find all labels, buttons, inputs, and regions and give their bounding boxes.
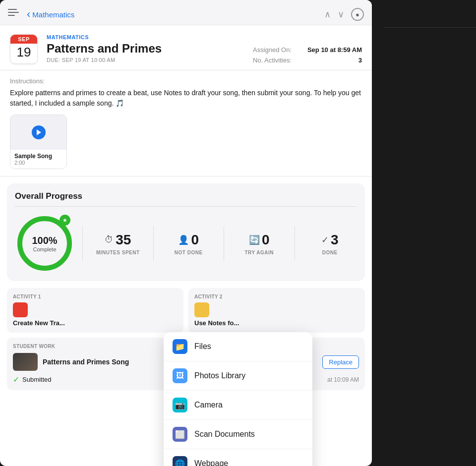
activity-2-label: ACTIVITY 2 — [194, 294, 359, 299]
instructions-section: Instructions: Explore patterns and prime… — [0, 70, 372, 176]
nav-up-button[interactable]: ∧ — [324, 9, 331, 20]
submitted-time: at 10:09 AM — [327, 376, 359, 383]
sample-song-card[interactable]: Sample Song 2:00 — [10, 115, 67, 169]
nav-down-button[interactable]: ∨ — [338, 9, 344, 20]
menu-item-scan[interactable]: ⬜ Scan Documents — [164, 420, 312, 449]
assignment-info: MATHEMATICS Patterns and Primes DUE: SEP… — [47, 34, 244, 64]
done-label: DONE — [322, 250, 338, 255]
circle-progress: ★ 100% Complete — [15, 214, 74, 273]
not-done-icon: 👤 — [178, 234, 189, 245]
dropdown-menu: 📁 Files 🖼 Photos Library 📷 Camera ⬜ Scan… — [164, 332, 312, 466]
song-preview — [10, 115, 66, 150]
progress-section: Overall Progress ★ 100% Complete ⏱ — [7, 183, 365, 281]
circle-complete-label: Complete — [32, 246, 57, 252]
assigned-on-row: Assigned On: Sep 10 at 8:59 AM — [253, 46, 362, 54]
song-title: Sample Song — [14, 153, 62, 160]
clock-icon: ⏱ — [105, 234, 114, 245]
not-done-number: 0 — [191, 232, 199, 248]
progress-stats: ★ 100% Complete ⏱ 35 MINUTES SPENT 👤 — [15, 214, 357, 273]
minutes-stat: ⏱ 35 MINUTES SPENT — [91, 232, 145, 255]
star-badge: ★ — [60, 215, 70, 226]
date-month: SEP — [10, 35, 37, 44]
activity-2-name: Use Notes fo... — [194, 319, 359, 327]
menu-item-photos[interactable]: 🖼 Photos Library — [164, 361, 312, 391]
done-stat: ✓ 3 DONE — [303, 232, 357, 255]
not-done-stat: 👤 0 NOT DONE — [162, 232, 216, 255]
try-again-label: TRY AGAIN — [244, 250, 274, 255]
song-info: Sample Song 2:00 — [10, 150, 66, 169]
assignment-header: SEP 19 MATHEMATICS Patterns and Primes D… — [0, 25, 372, 70]
done-top: ✓ 3 — [321, 232, 339, 248]
sidebar-toggle[interactable] — [8, 9, 22, 20]
activity-2-icon — [194, 302, 209, 317]
not-done-top: 👤 0 — [178, 232, 199, 248]
submitted-label: Submitted — [22, 376, 52, 383]
webpage-icon: 🌐 — [173, 456, 187, 466]
camera-icon: 📷 — [173, 398, 187, 412]
not-done-label: NOT DONE — [175, 250, 203, 255]
try-again-stat: 🔄 0 TRY AGAIN — [232, 232, 287, 255]
activities-value: 3 — [358, 57, 362, 64]
scan-icon: ⬜ — [173, 427, 187, 442]
divider-3 — [224, 226, 224, 261]
menu-label-camera: Camera — [194, 401, 223, 409]
menu-item-camera[interactable]: 📷 Camera — [164, 391, 312, 420]
divider-1 — [82, 226, 83, 261]
activities-label: No. Activities: — [253, 57, 292, 64]
instructions-text: Explore patterns and primes to create a … — [10, 88, 362, 109]
files-icon: 📁 — [173, 339, 187, 354]
comment-button[interactable]: ● — [351, 8, 364, 21]
assignment-meta: Assigned On: Sep 10 at 8:59 AM No. Activ… — [253, 34, 362, 64]
date-badge: SEP 19 — [10, 34, 38, 64]
activity-1-icon — [13, 302, 28, 317]
try-again-top: 🔄 0 — [249, 232, 270, 248]
right-panel — [372, 0, 476, 466]
menu-label-webpage: Webpage — [194, 459, 228, 466]
back-label: Mathematics — [32, 10, 74, 19]
nav-controls: ∧ ∨ ● — [324, 8, 364, 21]
activity-card-1: ACTIVITY 1 Create New Tra... — [7, 288, 183, 333]
instructions-label: Instructions: — [10, 77, 362, 85]
work-thumbnail — [13, 353, 38, 371]
circle-percent: 100% — [32, 235, 57, 246]
activities-section: ACTIVITY 1 Create New Tra... ACTIVITY 2 … — [7, 288, 365, 333]
menu-item-files[interactable]: 📁 Files — [164, 332, 312, 361]
main-panel: Mathematics ∧ ∨ ● SEP 19 MATHEMATICS Pat… — [0, 0, 372, 466]
minutes-top: ⏱ 35 — [105, 232, 131, 248]
try-again-icon: 🔄 — [249, 234, 260, 245]
activity-1-name: Create New Tra... — [13, 319, 178, 327]
progress-title: Overall Progress — [15, 191, 357, 207]
play-button[interactable] — [32, 125, 46, 139]
assignment-subject: MATHEMATICS — [47, 34, 244, 40]
circle-text: 100% Complete — [32, 235, 57, 252]
back-button[interactable]: Mathematics — [27, 9, 324, 20]
submitted-checkmark: ✓ — [13, 375, 19, 384]
assigned-label: Assigned On: — [253, 46, 292, 54]
assigned-value: Sep 10 at 8:59 AM — [307, 46, 362, 54]
date-day: 19 — [10, 44, 37, 62]
assignment-due: DUE: SEP 19 AT 10:00 AM — [47, 57, 244, 63]
done-icon: ✓ — [321, 234, 329, 245]
menu-item-webpage[interactable]: 🌐 Webpage — [164, 449, 312, 466]
divider-4 — [295, 226, 295, 261]
menu-label-scan: Scan Documents — [194, 430, 255, 439]
top-bar: Mathematics ∧ ∨ ● — [0, 0, 372, 25]
assignment-title: Patterns and Primes — [47, 42, 244, 56]
activity-1-label: ACTIVITY 1 — [13, 294, 178, 299]
menu-label-photos: Photos Library — [194, 371, 245, 380]
activities-row-meta: No. Activities: 3 — [253, 57, 362, 64]
replace-button[interactable]: Replace — [322, 355, 359, 369]
menu-label-files: Files — [194, 342, 211, 351]
minutes-label: MINUTES SPENT — [96, 250, 140, 255]
divider-2 — [153, 226, 154, 261]
try-again-number: 0 — [262, 232, 270, 248]
activity-card-2: ACTIVITY 2 Use Notes fo... — [188, 288, 365, 333]
photos-icon: 🖼 — [173, 368, 187, 383]
minutes-number: 35 — [116, 232, 131, 248]
song-duration: 2:00 — [14, 160, 62, 166]
done-number: 3 — [331, 232, 339, 248]
